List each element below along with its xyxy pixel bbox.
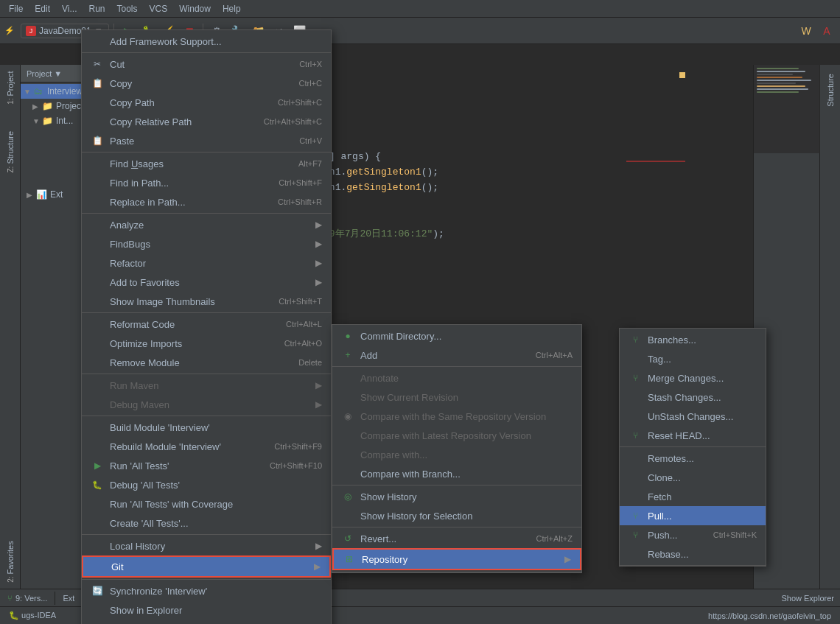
ctx-git[interactable]: Git ▶	[82, 555, 331, 578]
sidebar-tab-favorites[interactable]: 2: Favorites	[3, 535, 18, 589]
menu-help[interactable]: Help	[217, 2, 247, 15]
bottom-tab-ext[interactable]: Ext	[55, 592, 83, 605]
compare-same-icon: ◉	[341, 410, 354, 423]
ctx-cut[interactable]: ✂ Cut Ctrl+X	[82, 55, 331, 74]
ctx-add-framework[interactable]: Add Framework Support...	[82, 32, 331, 51]
ctx-replace-shortcut: Ctrl+Shift+R	[278, 197, 322, 206]
ctx-git-label: Git	[111, 561, 314, 572]
menu-window[interactable]: Window	[173, 2, 217, 15]
ctx-optimize[interactable]: Optimize Imports Ctrl+Alt+O	[82, 334, 331, 353]
repo-unstash[interactable]: UnStash Changes...	[620, 407, 766, 426]
vcs-annotate: Annotate	[332, 368, 581, 388]
repo-push-shortcut: Ctrl+Shift+K	[713, 530, 757, 539]
run-config-icon: J	[26, 26, 36, 36]
rebuild-icon	[91, 440, 104, 453]
mini-line-8	[757, 88, 808, 90]
copy-icon: 📋	[91, 77, 104, 90]
menu-edit[interactable]: Edit	[29, 2, 56, 15]
tree-label-ext: Ext	[50, 189, 63, 200]
ctx-remove-module-label: Remove Module	[110, 357, 293, 368]
commit-icon: ●	[341, 329, 354, 343]
copy-path-icon	[91, 96, 104, 109]
pull-icon: ⑂	[629, 509, 642, 522]
reformat-icon	[91, 318, 104, 331]
repo-remotes[interactable]: Remotes...	[620, 449, 766, 468]
sidebar-tab-structure[interactable]: Z: Structure	[3, 125, 18, 179]
bottom-tab-versions[interactable]: ⑂ 9: Vers...	[0, 592, 55, 605]
find-path-icon	[91, 176, 104, 189]
repo-stash[interactable]: Stash Changes...	[620, 388, 766, 407]
ctx-paste[interactable]: 📋 Paste Ctrl+V	[82, 131, 331, 150]
ctx-add-favorites[interactable]: Add to Favorites ▶	[82, 273, 331, 292]
ctx-rebuild[interactable]: Rebuild Module 'Interview' Ctrl+Shift+F9	[82, 437, 331, 456]
repo-push[interactable]: ⑂ Push... Ctrl+Shift+K	[620, 525, 766, 544]
ctx-replace-path[interactable]: Replace in Path... Ctrl+Shift+R	[82, 192, 331, 211]
vcs-history-selection[interactable]: Show History for Selection	[332, 506, 581, 525]
fetch-icon	[629, 490, 642, 503]
ctx-thumbnails[interactable]: Show Image Thumbnails Ctrl+Shift+T	[82, 292, 331, 311]
menu-run[interactable]: Run	[83, 2, 111, 15]
repo-pull[interactable]: ⑂ Pull...	[620, 506, 766, 525]
repo-branches[interactable]: ⑂ Branches...	[620, 330, 766, 349]
ctx-sync[interactable]: 🔄 Synchronize 'Interview'	[82, 581, 331, 600]
ctx-local-history[interactable]: Local History ▶	[82, 536, 331, 555]
bottom-tab-vers-label: 9: Vers...	[15, 594, 47, 603]
ctx-run-tests[interactable]: ▶ Run 'All Tests' Ctrl+Shift+F10	[82, 456, 331, 475]
vcs-revert[interactable]: ↺ Revert... Ctrl+Alt+Z	[332, 529, 581, 548]
menu-view[interactable]: Vi...	[56, 2, 83, 15]
ctx-create-tests[interactable]: Create 'All Tests'...	[82, 513, 331, 533]
toolbar-btn-right-1[interactable]: W	[797, 22, 815, 40]
menu-tools[interactable]: Tools	[111, 2, 144, 15]
vcs-repository[interactable]: ⊞ Repository ▶	[332, 548, 581, 570]
menu-file[interactable]: File	[3, 2, 29, 15]
build-icon	[91, 421, 104, 434]
ctx-refactor[interactable]: Refactor ▶	[82, 253, 331, 273]
repo-fetch[interactable]: Fetch	[620, 487, 766, 506]
repo-merge[interactable]: ⑂ Merge Changes...	[620, 368, 766, 388]
ctx-debug-maven-label: Debug Maven	[110, 399, 315, 410]
ctx-debug-tests[interactable]: 🐛 Debug 'All Tests'	[82, 475, 331, 494]
sidebar-tab-project[interactable]: 1: Project	[3, 65, 18, 111]
toolbar-btn-right-2[interactable]: A	[818, 22, 836, 40]
repository-icon: ⊞	[343, 553, 356, 566]
structure-tab[interactable]: Structure	[823, 68, 838, 113]
ctx-run-coverage[interactable]: Run 'All Tests' with Coverage	[82, 494, 331, 513]
ctx-build-module[interactable]: Build Module 'Interview'	[82, 418, 331, 437]
ctx-reformat-shortcut: Ctrl+Alt+L	[286, 320, 322, 329]
repo-rebase[interactable]: Rebase...	[620, 544, 766, 564]
ctx-remove-module[interactable]: Remove Module Delete	[82, 353, 331, 372]
mini-map	[754, 65, 820, 153]
repo-reset-label: Reset HEAD...	[648, 430, 757, 441]
ctx-dir-path[interactable]: Directory Path Ctrl+F12	[82, 620, 331, 624]
ctx-reformat[interactable]: Reformat Code Ctrl+Alt+L	[82, 315, 331, 334]
vcs-section-history: ◎ Show History Show History for Selectio…	[332, 485, 581, 527]
ctx-copy-path[interactable]: Copy Path Ctrl+Shift+C	[82, 93, 331, 112]
repo-tag-label: Tag...	[648, 354, 757, 365]
compare-branch-icon	[341, 467, 354, 480]
vcs-commit[interactable]: ● Commit Directory...	[332, 326, 581, 346]
project-icon: 🗂	[32, 85, 44, 97]
ctx-replace-label: Replace in Path...	[110, 197, 272, 208]
vcs-add[interactable]: + Add Ctrl+Alt+A	[332, 346, 581, 365]
ctx-findbugs[interactable]: FindBugs ▶	[82, 234, 331, 253]
ctx-analyze[interactable]: Analyze ▶	[82, 215, 331, 234]
ctx-find-path-label: Find in Path...	[110, 178, 273, 189]
repo-reset-head[interactable]: ⑂ Reset HEAD...	[620, 426, 766, 445]
vcs-compare-branch[interactable]: Compare with Branch...	[332, 464, 581, 483]
ctx-show-explorer[interactable]: Show in Explorer	[82, 600, 331, 620]
repo-tag[interactable]: Tag...	[620, 349, 766, 368]
ctx-copy[interactable]: 📋 Copy Ctrl+C	[82, 74, 331, 93]
repo-clone[interactable]: Clone...	[620, 468, 766, 487]
ctx-copy-rel-path[interactable]: Copy Relative Path Ctrl+Alt+Shift+C	[82, 112, 331, 131]
debug-maven-icon	[91, 398, 104, 411]
vcs-show-history[interactable]: ◎ Show History	[332, 487, 581, 506]
repo-push-label: Push...	[648, 530, 707, 541]
status-bugs[interactable]: 🐛 ugs-IDEA	[6, 611, 59, 620]
menu-vcs[interactable]: VCS	[144, 2, 174, 15]
ctx-find-in-path[interactable]: Find in Path... Ctrl+Shift+F	[82, 173, 331, 192]
branches-icon: ⑂	[629, 333, 642, 346]
repo-section-branches: ⑂ Branches... Tag... ⑂ Merge Changes... …	[620, 329, 766, 447]
ctx-find-usages[interactable]: Find Usages Alt+F7	[82, 154, 331, 173]
section-analyze: Analyze ▶ FindBugs ▶ Refactor ▶ Add to F…	[82, 214, 331, 313]
vcs-submenu: ● Commit Directory... + Add Ctrl+Alt+A A…	[332, 324, 582, 573]
